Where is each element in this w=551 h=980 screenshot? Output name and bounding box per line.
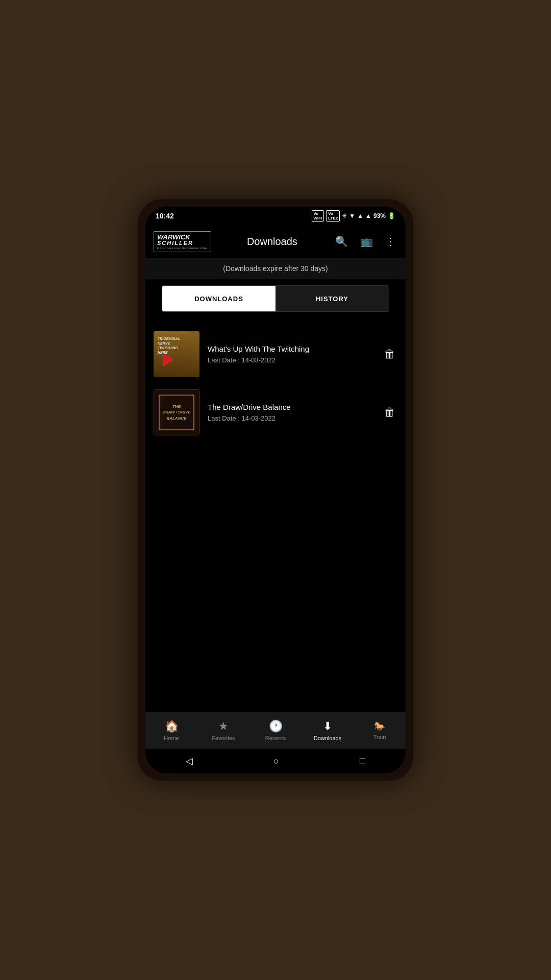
tab-container: DOWNLOADS HISTORY: [145, 279, 406, 318]
phone-outer: 10:42 VoWiFi VoLTE2 ✳ ▼ ▲ ▲ 93% 🔋 WARWIC…: [138, 199, 413, 781]
downloads-list: TrigeminalNerveTwitchingHere What's Up W…: [145, 318, 406, 712]
delete-button-1[interactable]: 🗑: [382, 346, 397, 363]
train-label: Train: [373, 734, 386, 740]
bluetooth-icon: ✳: [342, 212, 347, 219]
logo-main: WARWICK: [157, 234, 208, 240]
status-icons: VoWiFi VoLTE2 ✳ ▼ ▲ ▲ 93% 🔋: [312, 210, 395, 222]
battery-indicator: 93%: [373, 212, 386, 219]
recent-button[interactable]: □: [356, 752, 369, 771]
logo-schiller: SCHILLER: [157, 240, 208, 246]
delete-button-2[interactable]: 🗑: [382, 404, 397, 421]
system-nav: ◁ ○ □: [145, 749, 406, 773]
train-icon: 🐎: [374, 721, 385, 732]
favorites-icon: ★: [218, 720, 229, 733]
tab-history[interactable]: HISTORY: [276, 286, 389, 311]
more-button[interactable]: ⋮: [383, 233, 397, 250]
back-button[interactable]: ◁: [182, 751, 197, 771]
tab-downloads[interactable]: DOWNLOADS: [162, 286, 276, 311]
downloads-label: Downloads: [314, 735, 341, 741]
downloads-icon: ⬇: [323, 720, 332, 733]
download-title-2: The Draw/Drive Balance: [208, 403, 374, 411]
status-bar: 10:42 VoWiFi VoLTE2 ✳ ▼ ▲ ▲ 93% 🔋: [145, 207, 406, 225]
nav-recents[interactable]: 🕐 Recents: [249, 716, 302, 745]
search-button[interactable]: 🔍: [333, 233, 350, 250]
logo-area: WARWICK SCHILLER Performance Horsemanshi…: [154, 231, 211, 252]
signal1-icon: ▲: [357, 212, 363, 219]
page-title: Downloads: [217, 236, 327, 248]
subtitle-text: (Downloads expire after 30 days): [223, 264, 328, 273]
subtitle-bar: (Downloads expire after 30 days): [145, 258, 406, 279]
download-title-1: What's Up With The Twitching: [208, 345, 374, 353]
status-time: 10:42: [156, 212, 174, 220]
nav-train[interactable]: 🐎 Train: [354, 717, 406, 744]
nav-downloads[interactable]: ⬇ Downloads: [302, 716, 354, 745]
wifi-icon: ▼: [349, 212, 355, 219]
home-button[interactable]: ○: [269, 752, 283, 771]
download-date-1: Last Date : 14-03-2022: [208, 356, 374, 364]
app-bar: WARWICK SCHILLER Performance Horsemanshi…: [145, 225, 406, 258]
phone-inner: 10:42 VoWiFi VoLTE2 ✳ ▼ ▲ ▲ 93% 🔋 WARWIC…: [145, 207, 406, 773]
list-item: TheDraw / DriveBalance The Draw/Drive Ba…: [145, 384, 406, 440]
download-thumbnail-1: TrigeminalNerveTwitchingHere: [154, 331, 199, 377]
download-info-2: The Draw/Drive Balance Last Date : 14-03…: [208, 403, 374, 422]
list-item: TrigeminalNerveTwitchingHere What's Up W…: [145, 326, 406, 382]
cast-button[interactable]: 📺: [358, 233, 375, 250]
logo-box: WARWICK SCHILLER Performance Horsemanshi…: [154, 231, 211, 252]
app-bar-actions: 🔍 📺 ⋮: [333, 233, 397, 250]
bottom-nav: 🏠 Home ★ Favorites 🕐 Recents ⬇ Downloads…: [145, 712, 406, 749]
battery-icon: 🔋: [388, 212, 395, 219]
download-date-2: Last Date : 14-03-2022: [208, 414, 374, 422]
recents-icon: 🕐: [269, 720, 283, 733]
home-label: Home: [164, 735, 179, 741]
nav-home[interactable]: 🏠 Home: [145, 716, 197, 745]
tab-bar: DOWNLOADS HISTORY: [162, 285, 389, 312]
logo-tagline: Performance Horsemanship: [157, 247, 208, 250]
thumbnail-image-1: TrigeminalNerveTwitchingHere: [154, 331, 199, 377]
signal2-icon: ▲: [365, 212, 371, 219]
volte2-icon: VoLTE2: [326, 210, 340, 222]
download-thumbnail-2: TheDraw / DriveBalance: [154, 389, 199, 435]
volte1-icon: VoWiFi: [312, 210, 324, 222]
nav-favorites[interactable]: ★ Favorites: [197, 716, 249, 745]
recents-label: Recents: [265, 735, 286, 741]
home-icon: 🏠: [165, 720, 179, 733]
download-info-1: What's Up With The Twitching Last Date :…: [208, 345, 374, 364]
favorites-label: Favorites: [212, 735, 235, 741]
